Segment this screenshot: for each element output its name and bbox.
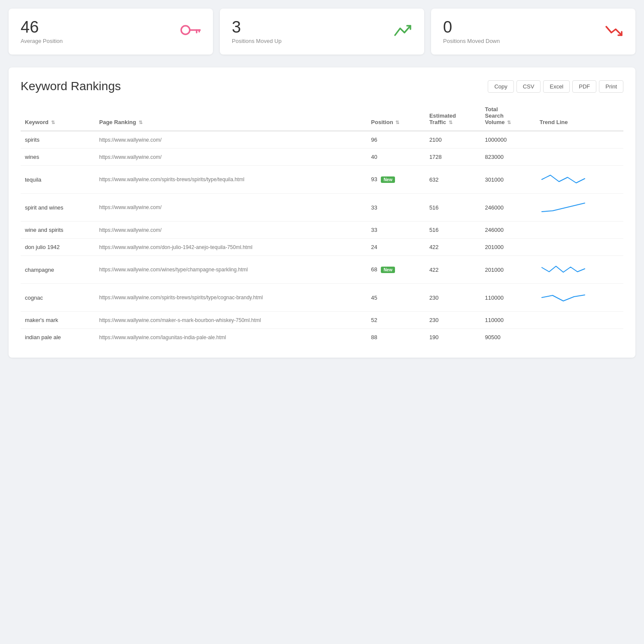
- cell-keyword: champagne: [21, 256, 95, 284]
- cell-trend: [535, 222, 623, 239]
- cell-traffic: 516: [425, 222, 481, 239]
- cell-traffic: 516: [425, 194, 481, 222]
- cell-trend: [535, 239, 623, 256]
- cell-trend: [535, 131, 623, 149]
- table-row: wineshttps://www.wallywine.com/401728823…: [21, 149, 623, 166]
- cell-keyword: tequila: [21, 166, 95, 194]
- cell-trend: [535, 149, 623, 166]
- trend-chart: [540, 289, 619, 306]
- cell-volume: 246000: [481, 194, 535, 222]
- stat-card-moved-down: 0 Positions Moved Down: [431, 9, 635, 55]
- cell-traffic: 2100: [425, 131, 481, 149]
- cell-page: https://www.wallywine.com/: [95, 194, 367, 222]
- cell-trend: [535, 194, 623, 222]
- cell-position: 40: [367, 149, 425, 166]
- cell-page: https://www.wallywine.com/wines/type/cha…: [95, 256, 367, 284]
- cell-volume: 246000: [481, 222, 535, 239]
- cell-volume: 823000: [481, 149, 535, 166]
- cell-keyword: indian pale ale: [21, 329, 95, 346]
- cell-volume: 1000000: [481, 131, 535, 149]
- cell-keyword: wines: [21, 149, 95, 166]
- cell-trend: [535, 329, 623, 346]
- cell-position: 68 New: [367, 256, 425, 284]
- table-header: Keyword ⇅Page Ranking ⇅Position ⇅Estimat…: [21, 102, 623, 131]
- table-row: maker's markhttps://www.wallywine.com/ma…: [21, 312, 623, 329]
- sort-icon: ⇅: [449, 120, 453, 125]
- stat-card-moved-up: 3 Positions Moved Up: [220, 9, 424, 55]
- cell-volume: 301000: [481, 166, 535, 194]
- rankings-header: Keyword Rankings CopyCSVExcelPDFPrint: [21, 79, 623, 93]
- stat-card-content: 0 Positions Moved Down: [443, 19, 500, 44]
- cell-traffic: 1728: [425, 149, 481, 166]
- arrow-up-icon: [393, 23, 412, 40]
- th-volume[interactable]: TotalSearchVolume ⇅: [481, 102, 535, 131]
- toolbar-btn-copy[interactable]: Copy: [488, 80, 513, 93]
- cell-page: https://www.wallywine.com/: [95, 149, 367, 166]
- cell-page: https://www.wallywine.com/: [95, 222, 367, 239]
- cell-volume: 201000: [481, 239, 535, 256]
- cell-keyword: spirits: [21, 131, 95, 149]
- cell-keyword: spirit and wines: [21, 194, 95, 222]
- cell-page: https://www.wallywine.com/spirits-brews/…: [95, 166, 367, 194]
- cell-traffic: 422: [425, 239, 481, 256]
- stat-card-label: Positions Moved Up: [232, 38, 282, 44]
- th-position[interactable]: Position ⇅: [367, 102, 425, 131]
- toolbar-btn-csv[interactable]: CSV: [516, 80, 541, 93]
- col-label-page: Page Ranking: [99, 119, 136, 125]
- th-traffic[interactable]: EstimatedTraffic ⇅: [425, 102, 481, 131]
- cell-position: 24: [367, 239, 425, 256]
- cell-page: https://www.wallywine.com/: [95, 131, 367, 149]
- stat-card-number: 0: [443, 19, 500, 35]
- cell-page: https://www.wallywine.com/maker-s-mark-b…: [95, 312, 367, 329]
- cell-keyword: don julio 1942: [21, 239, 95, 256]
- rankings-title: Keyword Rankings: [21, 79, 121, 93]
- table-row: spirit and wineshttps://www.wallywine.co…: [21, 194, 623, 222]
- th-keyword[interactable]: Keyword ⇅: [21, 102, 95, 131]
- cell-position: 33: [367, 194, 425, 222]
- col-label-position: Position: [371, 119, 393, 125]
- stat-cards-container: 46 Average Position 3 Positions Moved Up…: [9, 9, 635, 55]
- toolbar-btn-print[interactable]: Print: [599, 80, 623, 93]
- new-badge: New: [381, 176, 395, 183]
- stat-card-content: 46 Average Position: [21, 19, 63, 44]
- position-value: 93: [371, 176, 377, 182]
- trend-chart: [540, 199, 619, 216]
- trend-chart: [540, 171, 619, 188]
- cell-position: 96: [367, 131, 425, 149]
- table-row: champagnehttps://www.wallywine.com/wines…: [21, 256, 623, 284]
- cell-traffic: 230: [425, 312, 481, 329]
- cell-position: 88: [367, 329, 425, 346]
- toolbar-btn-excel[interactable]: Excel: [543, 80, 570, 93]
- new-badge: New: [381, 267, 395, 273]
- cell-keyword: cognac: [21, 284, 95, 312]
- table-row: cognachttps://www.wallywine.com/spirits-…: [21, 284, 623, 312]
- stat-card-number: 3: [232, 19, 282, 35]
- cell-volume: 90500: [481, 329, 535, 346]
- table-row: indian pale alehttps://www.wallywine.com…: [21, 329, 623, 346]
- cell-volume: 110000: [481, 312, 535, 329]
- cell-page: https://www.wallywine.com/lagunitas-indi…: [95, 329, 367, 346]
- cell-volume: 201000: [481, 256, 535, 284]
- position-value: 68: [371, 266, 377, 273]
- key-icon: [180, 23, 201, 41]
- cell-page: https://www.wallywine.com/don-julio-1942…: [95, 239, 367, 256]
- toolbar-btn-pdf[interactable]: PDF: [572, 80, 596, 93]
- stat-card-label: Average Position: [21, 38, 63, 44]
- cell-trend: [535, 312, 623, 329]
- col-label-volume: TotalSearchVolume: [485, 106, 505, 125]
- cell-traffic: 422: [425, 256, 481, 284]
- sort-icon-volume: ⇅: [507, 120, 511, 125]
- stat-card-avg-position: 46 Average Position: [9, 9, 213, 55]
- table-row: spiritshttps://www.wallywine.com/9621001…: [21, 131, 623, 149]
- stat-card-label: Positions Moved Down: [443, 38, 500, 44]
- col-label-keyword: Keyword: [25, 119, 49, 125]
- cell-trend: [535, 256, 623, 284]
- cell-traffic: 632: [425, 166, 481, 194]
- cell-keyword: wine and spirits: [21, 222, 95, 239]
- toolbar-buttons: CopyCSVExcelPDFPrint: [488, 80, 623, 93]
- cell-position: 45: [367, 284, 425, 312]
- keyword-rankings-table: Keyword ⇅Page Ranking ⇅Position ⇅Estimat…: [21, 102, 623, 346]
- rankings-section: Keyword Rankings CopyCSVExcelPDFPrint Ke…: [9, 67, 635, 358]
- cell-position: 93 New: [367, 166, 425, 194]
- th-page[interactable]: Page Ranking ⇅: [95, 102, 367, 131]
